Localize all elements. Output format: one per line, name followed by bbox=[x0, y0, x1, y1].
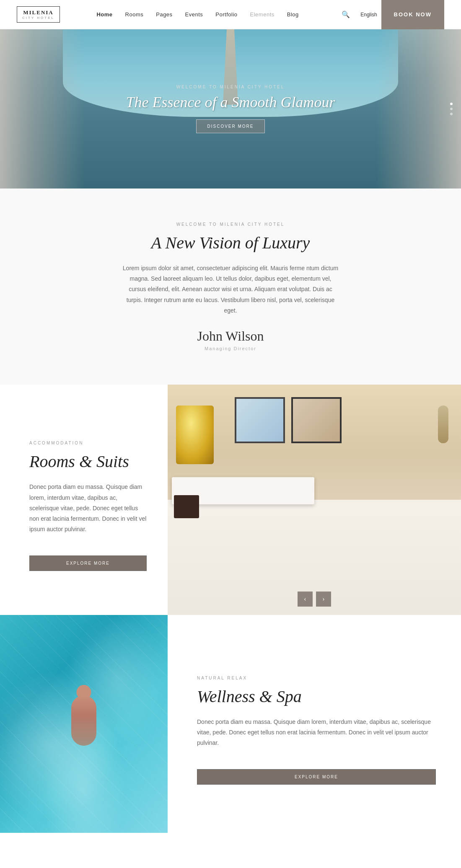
main-nav: Home Rooms Pages Events Portfolio Elemen… bbox=[96, 11, 298, 18]
language-selector[interactable]: English bbox=[356, 12, 381, 18]
signature-title: Managing Director bbox=[84, 346, 377, 351]
hero-eyebrow: WELCOME TO MILENIA CITY HOTEL bbox=[126, 85, 335, 89]
room-lamp-left bbox=[176, 406, 214, 464]
header-right: 🔍 English BOOK NOW bbox=[335, 0, 444, 29]
wellness-title: Wellness & Spa bbox=[197, 687, 436, 706]
header: MILENIA CITY HOTEL Home Rooms Pages Even… bbox=[0, 0, 461, 29]
room-dark-pillow bbox=[174, 495, 199, 518]
logo-name: MILENIA bbox=[22, 9, 54, 16]
nav-blog[interactable]: Blog bbox=[287, 11, 299, 18]
room-image-simulation bbox=[168, 385, 461, 615]
room-slider-controls: ‹ › bbox=[298, 592, 331, 607]
rooms-body: Donec porta diam eu massa. Quisque diam … bbox=[29, 482, 147, 535]
wellness-explore-button[interactable]: EXPLORE MORE bbox=[197, 769, 436, 785]
rooms-image: ‹ › bbox=[168, 385, 461, 615]
wellness-body: Donec porta diam eu massa. Quisque diam … bbox=[197, 717, 436, 749]
hero-content: WELCOME TO MILENIA CITY HOTEL The Essenc… bbox=[126, 85, 335, 133]
welcome-section: WELCOME TO MILENIA CITY HOTEL A New Visi… bbox=[0, 189, 461, 385]
wellness-image bbox=[0, 615, 168, 833]
welcome-title: A New Vision of Luxury bbox=[84, 233, 377, 253]
nav-pages[interactable]: Pages bbox=[156, 11, 172, 18]
rooms-eyebrow: ACCOMMODATION bbox=[29, 441, 147, 445]
person-body bbox=[71, 695, 96, 746]
slider-next-button[interactable]: › bbox=[316, 592, 331, 607]
welcome-eyebrow: WELCOME TO MILENIA CITY HOTEL bbox=[84, 222, 377, 227]
pool-image-simulation bbox=[0, 615, 168, 833]
room-wall-art bbox=[235, 397, 285, 443]
room-wall-art-2 bbox=[291, 397, 342, 443]
room-sconce bbox=[438, 406, 448, 443]
nav-rooms[interactable]: Rooms bbox=[125, 11, 144, 18]
rooms-title: Rooms & Suits bbox=[29, 452, 147, 471]
hero-section: WELCOME TO MILENIA CITY HOTEL The Essenc… bbox=[0, 29, 461, 189]
rooms-section: ACCOMMODATION Rooms & Suits Donec porta … bbox=[0, 385, 461, 615]
search-icon[interactable]: 🔍 bbox=[335, 10, 356, 18]
logo-tagline: CITY HOTEL bbox=[22, 16, 54, 20]
nav-home[interactable]: Home bbox=[96, 11, 112, 18]
slider-prev-button[interactable]: ‹ bbox=[298, 592, 313, 607]
wellness-right-content: NATURAL RELAX Wellness & Spa Donec porta… bbox=[168, 615, 461, 833]
hero-slider-dots bbox=[450, 103, 453, 115]
hero-dot-1[interactable] bbox=[450, 103, 453, 105]
discover-more-button[interactable]: DISCOVER MORE bbox=[196, 119, 264, 133]
wellness-eyebrow: NATURAL RELAX bbox=[197, 676, 436, 680]
hero-dot-2[interactable] bbox=[450, 108, 453, 110]
pool-person bbox=[71, 695, 96, 746]
wellness-section: NATURAL RELAX Wellness & Spa Donec porta… bbox=[0, 615, 461, 833]
nav-portfolio[interactable]: Portfolio bbox=[215, 11, 237, 18]
signature: John Wilson bbox=[84, 328, 377, 344]
nav-events[interactable]: Events bbox=[185, 11, 203, 18]
rooms-explore-button[interactable]: EXPLORE MORE bbox=[29, 555, 147, 571]
hero-title: The Essence of a Smooth Glamour bbox=[126, 93, 335, 111]
logo[interactable]: MILENIA CITY HOTEL bbox=[17, 6, 60, 23]
nav-elements[interactable]: Elements bbox=[250, 11, 275, 18]
rooms-left-content: ACCOMMODATION Rooms & Suits Donec porta … bbox=[0, 385, 168, 615]
welcome-body: Lorem ipsum dolor sit amet, consectetuer… bbox=[122, 263, 339, 316]
hero-dot-3[interactable] bbox=[450, 113, 453, 115]
book-now-button[interactable]: BOOK NOW bbox=[381, 0, 444, 29]
